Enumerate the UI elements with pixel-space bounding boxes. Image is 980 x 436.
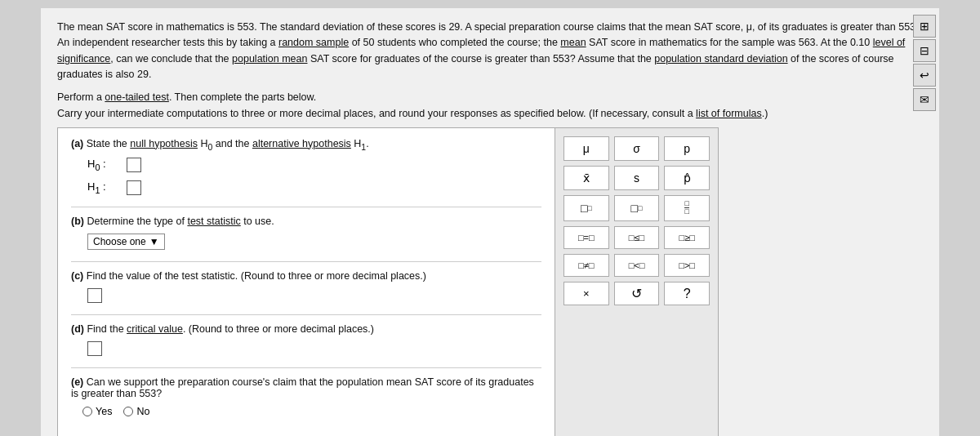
symbol-row-6: × ↺ ?	[564, 282, 710, 305]
h0-symbol: H0 :	[87, 158, 120, 172]
problem-text-2: of 50 students who completed the course;…	[349, 37, 560, 48]
yes-no-options: Yes No	[82, 406, 541, 417]
part-b-text: Determine the type of	[87, 216, 187, 227]
choose-dropdown[interactable]: Choose one ▼	[87, 234, 165, 250]
no-option[interactable]: No	[123, 406, 149, 417]
problem-text: The mean SAT score in mathematics is 553…	[57, 20, 923, 83]
problem-text-3: SAT score in mathematics for the sample …	[586, 37, 873, 48]
phat-button[interactable]: p̂	[664, 166, 710, 190]
section-b: (b) Determine the type of test statistic…	[71, 216, 541, 250]
p-button[interactable]: p	[664, 136, 710, 161]
population-mean-link: population mean	[232, 53, 307, 65]
h0-row: H0 :	[87, 158, 541, 172]
h1-row: H1 :	[87, 180, 541, 195]
no-radio[interactable]	[123, 407, 133, 416]
part-d-label: (d)	[71, 323, 84, 335]
lt-button[interactable]: □<□	[614, 254, 660, 277]
undo-button[interactable]: ↺	[614, 282, 660, 305]
toolbar-btn-1[interactable]: ⊞	[913, 15, 936, 38]
one-tailed-link: one-tailed test	[105, 91, 169, 103]
part-e-label: (e)	[71, 376, 83, 388]
test-stat-link: test statistic	[187, 216, 240, 227]
no-label: No	[136, 406, 149, 417]
critical-val-link: critical value	[127, 323, 183, 335]
h1-label: H1.	[351, 138, 369, 149]
section-a-title: (a) State the null hypothesis H0 and the…	[71, 138, 541, 152]
section-d: (d) Find the critical value. (Round to t…	[71, 323, 541, 356]
random-sample-link: random sample	[278, 37, 349, 48]
fraction-icon: □ □	[684, 200, 688, 217]
part-a-text: State the	[87, 138, 131, 149]
test-statistic-input[interactable]	[87, 288, 102, 303]
problem-text-5: SAT score for graduates of the course is…	[307, 53, 654, 65]
section-c-title: (c) Find the value of the test statistic…	[71, 270, 541, 282]
dropdown-label: Choose one	[93, 236, 146, 247]
symbol-panel: μ σ p x̄ s p̂ □□ □□ □	[555, 127, 719, 437]
left-panel: (a) State the null hypothesis H0 and the…	[57, 127, 555, 437]
neq-button[interactable]: □≠□	[564, 254, 609, 277]
null-hyp-link: null hypothesis	[130, 138, 198, 149]
s-button[interactable]: s	[614, 166, 660, 190]
part-c-text: Find the value of the test statistic. (R…	[87, 270, 426, 282]
problem-text-4: , can we conclude that the	[110, 53, 232, 65]
part-d-text: Find the	[87, 323, 127, 335]
h1-symbol: H1 :	[87, 180, 120, 195]
fraction-button[interactable]: □ □	[664, 195, 710, 222]
h1-input-box[interactable]	[127, 180, 141, 195]
instruction-2: Carry your intermediate computations to …	[57, 108, 923, 119]
side-toolbar: ⊞ ⊟ ↩ ✉	[910, 8, 939, 118]
part-d-text2: . (Round to three or more decimal places…	[183, 323, 374, 335]
symbol-row-2: x̄ s p̂	[564, 166, 710, 190]
toolbar-btn-3[interactable]: ↩	[913, 64, 936, 87]
geq-button[interactable]: □≥□	[664, 226, 710, 249]
list-formulas-link: list of formulas	[696, 108, 762, 119]
yes-label: Yes	[96, 406, 112, 417]
toolbar-btn-4[interactable]: ✉	[913, 88, 936, 111]
main-content: (a) State the null hypothesis H0 and the…	[57, 127, 923, 437]
equals-button[interactable]: □=□	[564, 226, 609, 249]
page-container: The mean SAT score in mathematics is 553…	[41, 8, 939, 436]
yes-option[interactable]: Yes	[82, 406, 112, 417]
symbol-row-5: □≠□ □<□ □>□	[564, 254, 710, 277]
help-button[interactable]: ?	[664, 282, 710, 305]
part-c-label: (c)	[71, 270, 83, 282]
subscript-button[interactable]: □□	[614, 195, 660, 222]
symbol-row-4: □=□ □≤□ □≥□	[564, 226, 710, 249]
symbol-row-3: □□ □□ □ □	[564, 195, 710, 222]
yes-radio[interactable]	[82, 407, 92, 416]
mean-link: mean	[560, 37, 586, 48]
section-b-title: (b) Determine the type of test statistic…	[71, 216, 541, 227]
section-e: (e) Can we support the preparation cours…	[71, 376, 541, 417]
symbol-row-1: μ σ p	[564, 136, 710, 161]
superscript-button[interactable]: □□	[564, 195, 609, 222]
section-d-title: (d) Find the critical value. (Round to t…	[71, 323, 541, 335]
part-b-label: (b)	[71, 216, 84, 227]
h0-input-box[interactable]	[127, 158, 141, 172]
gt-button[interactable]: □>□	[664, 254, 710, 277]
critical-value-input[interactable]	[87, 341, 102, 356]
alt-hyp-link: alternative hypothesis	[252, 138, 351, 149]
sigma-button[interactable]: σ	[614, 136, 660, 161]
part-b-text2: to use.	[241, 216, 274, 227]
instruction-1: Perform a one-tailed test. Then complete…	[57, 91, 923, 103]
part-a-label: (a)	[71, 138, 83, 149]
section-e-title: (e) Can we support the preparation cours…	[71, 376, 541, 399]
clear-button[interactable]: ×	[564, 282, 609, 305]
population-sd-link: population standard deviation	[654, 53, 787, 65]
h0-label: H0 and the	[200, 138, 252, 149]
toolbar-btn-2[interactable]: ⊟	[913, 39, 936, 62]
part-e-text: Can we support the preparation course's …	[71, 376, 534, 399]
section-c: (c) Find the value of the test statistic…	[71, 270, 541, 303]
dropdown-arrow-icon: ▼	[149, 236, 159, 247]
leq-button[interactable]: □≤□	[614, 226, 660, 249]
mu-button[interactable]: μ	[564, 136, 609, 161]
xbar-button[interactable]: x̄	[564, 166, 609, 190]
section-a: (a) State the null hypothesis H0 and the…	[71, 138, 541, 196]
